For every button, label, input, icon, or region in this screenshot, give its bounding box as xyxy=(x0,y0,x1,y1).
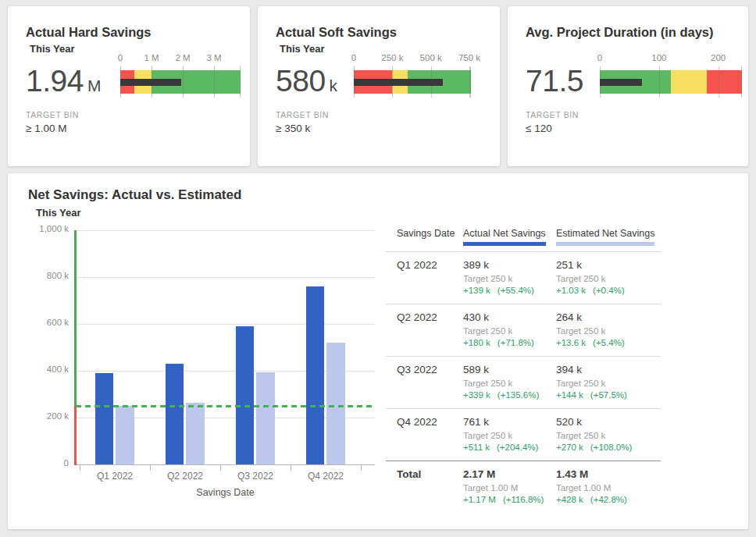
cell-target: Target 250 k xyxy=(463,326,556,336)
card-title: Avg. Project Duration (in days) xyxy=(526,25,714,40)
y-axis-tick-label: 800 k xyxy=(8,271,69,280)
x-axis-title: Savings Date xyxy=(76,487,375,498)
cell-value: 520 k xyxy=(556,416,661,428)
cell-variance: +180 k(+71.8%) xyxy=(463,338,556,347)
bar-actual-q4-2022[interactable] xyxy=(306,286,324,464)
kpi-card-actual-hard-savings: Actual Hard Savings This Year 1.94 M 01 … xyxy=(8,6,250,166)
bar-estimated-q2-2022[interactable] xyxy=(186,403,205,464)
table-row-q3-2022[interactable]: Q3 2022589 kTarget 250 k+339 k(+135.6%)3… xyxy=(386,357,661,409)
y-gridline xyxy=(76,277,375,278)
bullet-axis-tick xyxy=(183,66,184,98)
bullet-axis-tick-label: 2 M xyxy=(175,53,190,62)
card-title: Actual Soft Savings xyxy=(276,25,397,40)
bar-actual-q3-2022[interactable] xyxy=(236,326,254,464)
column-header-savings-date: Savings Date xyxy=(386,228,463,246)
bullet-axis-tick-label: 100 xyxy=(651,53,666,62)
cell-value: 2.17 M xyxy=(463,468,556,480)
bar-estimated-q3-2022[interactable] xyxy=(256,372,275,464)
bullet-chart: 0250 k500 k750 k xyxy=(354,53,471,97)
x-axis-category-label: Q4 2022 xyxy=(291,471,361,482)
cell-target: Target 1.00 M xyxy=(556,483,661,493)
bullet-axis-tick-label: 750 k xyxy=(458,53,480,62)
bullet-axis-end-tick xyxy=(240,66,241,98)
variance-table: Savings Date Actual Net Savings Estimate… xyxy=(386,228,661,513)
estimated-cell: 1.43 MTarget 1.00 M+428 k(+42.8%) xyxy=(556,468,661,504)
cell-target: Target 250 k xyxy=(556,274,661,283)
y-axis-tick-label: 600 k xyxy=(8,318,69,327)
row-label: Total xyxy=(386,468,463,504)
card-accent-bar xyxy=(9,6,249,11)
cell-target: Target 1.00 M xyxy=(463,483,556,493)
cell-variance: +428 k(+42.8%) xyxy=(556,495,661,504)
cell-target: Target 250 k xyxy=(463,431,556,440)
y-axis-line-above-target xyxy=(74,230,77,406)
cell-variance: +270 k(+108.0%) xyxy=(556,443,661,452)
kpi-value: 1.94 M xyxy=(26,64,101,98)
bar-actual-q2-2022[interactable] xyxy=(166,364,184,464)
net-savings-visual-card: Net Savings: Actual vs. Estimated This Y… xyxy=(8,173,748,529)
target-bin-value: ≥ 1.00 M xyxy=(26,123,66,134)
card-subtitle: This Year xyxy=(30,43,75,55)
card-subtitle: This Year xyxy=(280,43,325,55)
y-axis-tick-label: 0 xyxy=(8,458,69,468)
y-axis-tick-label: 400 k xyxy=(8,365,69,374)
cell-variance: +1.03 k(+0.4%) xyxy=(556,286,661,295)
actual-cell: 2.17 MTarget 1.00 M+1.17 M(+116.8%) xyxy=(463,468,556,504)
cell-target: Target 250 k xyxy=(556,431,661,440)
y-gridline xyxy=(76,230,375,231)
table-row-q4-2022[interactable]: Q4 2022761 kTarget 250 k+511 k(+204.4%)5… xyxy=(386,409,661,461)
kpi-number: 1.94 xyxy=(26,64,84,98)
target-bin-value: ≥ 350 k xyxy=(276,123,310,134)
cell-variance: +511 k(+204.4%) xyxy=(463,443,556,452)
bullet-range xyxy=(707,70,743,94)
actual-cell: 761 kTarget 250 k+511 k(+204.4%) xyxy=(463,416,556,452)
card-accent-bar xyxy=(508,6,747,11)
table-row-q2-2022[interactable]: Q2 2022430 kTarget 250 k+180 k(+71.8%)26… xyxy=(386,304,661,357)
bullet-value-bar xyxy=(354,79,443,86)
x-axis-tick xyxy=(361,465,362,471)
target-bin-value: ≤ 120 xyxy=(526,123,552,134)
bullet-axis-tick xyxy=(214,66,215,98)
actual-cell: 589 kTarget 250 k+339 k(+135.6%) xyxy=(463,364,556,400)
bullet-axis-tick-label: 1 M xyxy=(144,53,159,62)
x-axis-tick xyxy=(150,465,151,471)
target-bin-label: TARGET BIN xyxy=(26,110,79,119)
table-row-q1-2022[interactable]: Q1 2022389 kTarget 250 k+139 k(+55.4%)25… xyxy=(386,252,661,304)
x-axis-category-label: Q2 2022 xyxy=(150,471,220,482)
cell-value: 389 k xyxy=(463,259,556,271)
kpi-value: 580 k xyxy=(276,64,337,98)
bullet-axis-tick-label: 0 xyxy=(351,53,356,62)
card-accent-bar xyxy=(259,6,499,11)
table-row-total[interactable]: Total2.17 MTarget 1.00 M+1.17 M(+116.8%)… xyxy=(386,461,661,513)
bullet-axis-tick-label: 500 k xyxy=(420,53,442,62)
kpi-number: 71.5 xyxy=(526,64,583,98)
y-axis-line-below-target xyxy=(74,406,77,465)
estimated-cell: 251 kTarget 250 k+1.03 k(+0.4%) xyxy=(556,259,661,295)
bullet-value-bar xyxy=(120,79,181,86)
bullet-axis-tick-label: 0 xyxy=(597,53,602,62)
actual-cell: 430 kTarget 250 k+180 k(+71.8%) xyxy=(463,311,556,347)
target-line xyxy=(76,405,375,407)
column-header-actual-net-savings: Actual Net Savings xyxy=(463,228,556,246)
bar-estimated-q1-2022[interactable] xyxy=(116,406,134,464)
cell-variance: +1.17 M(+116.8%) xyxy=(463,495,556,504)
y-gridline xyxy=(76,324,375,325)
cell-variance: +13.6 k(+5.4%) xyxy=(556,338,661,347)
bullet-axis-tick-label: 200 xyxy=(711,53,726,62)
cell-variance: +139 k(+55.4%) xyxy=(463,286,556,295)
cell-value: 394 k xyxy=(556,364,661,375)
bullet-axis-tick-label: 250 k xyxy=(381,53,403,62)
kpi-unit: k xyxy=(330,76,338,95)
x-axis-category-label: Q3 2022 xyxy=(220,471,291,482)
bar-actual-q1-2022[interactable] xyxy=(95,373,113,464)
bar-estimated-q4-2022[interactable] xyxy=(326,343,345,464)
cell-variance: +339 k(+135.6%) xyxy=(463,390,556,400)
cell-variance: +144 k(+57.5%) xyxy=(556,390,661,400)
row-label: Q3 2022 xyxy=(386,364,463,400)
cell-target: Target 250 k xyxy=(556,326,661,336)
bullet-axis-tick xyxy=(659,66,660,98)
bullet-axis-tick-label: 3 M xyxy=(206,53,221,62)
x-axis-tick xyxy=(291,465,291,471)
cell-value: 430 k xyxy=(463,311,556,323)
bullet-axis-end-tick xyxy=(741,66,742,98)
